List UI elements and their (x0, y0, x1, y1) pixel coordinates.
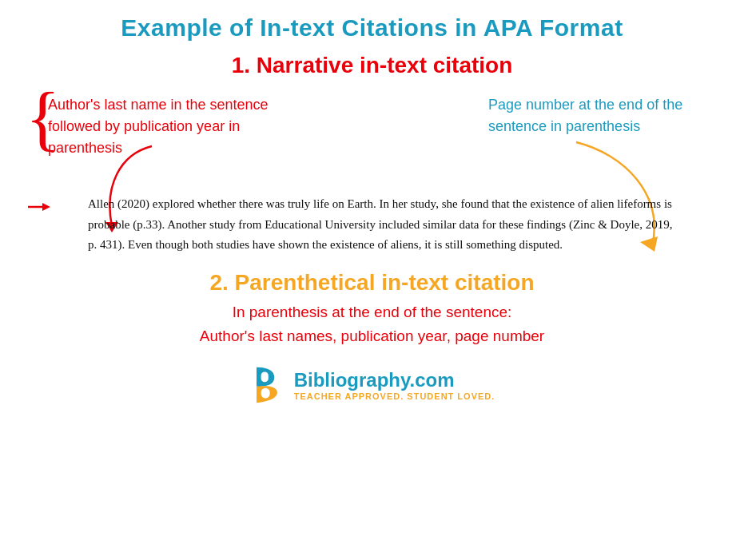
logo-subtext: TEACHER APPROVED. STUDENT LOVED. (294, 391, 495, 401)
annotations-row: { Author's last name in the sentence fol… (32, 90, 712, 194)
citation-paragraph: Allen (2020) explored whether there was … (32, 194, 712, 256)
citation-body-text: Allen (2020) explored whether there was … (72, 194, 696, 256)
section2-subtitle: In parenthesis at the end of the sentenc… (0, 300, 744, 349)
inline-arrow-icon (28, 199, 52, 215)
section1-title: 1. Narrative in-text citation (0, 48, 744, 86)
section2-subtitle-line2: Author's last names, publication year, p… (48, 324, 696, 348)
footer: Bibliography.com TEACHER APPROVED. STUDE… (0, 348, 744, 404)
logo-icon (249, 366, 284, 404)
section1-content: { Author's last name in the sentence fol… (0, 90, 744, 256)
section2-subtitle-line1: In parenthesis at the end of the sentenc… (48, 300, 696, 324)
section2-title: 2. Parenthetical in-text citation (0, 256, 744, 300)
svg-marker-3 (42, 203, 50, 211)
svg-rect-5 (261, 388, 269, 399)
svg-rect-4 (261, 372, 268, 383)
main-title: Example of In-text Citations in APA Form… (0, 0, 744, 48)
logo-text-area: Bibliography.com TEACHER APPROVED. STUDE… (294, 369, 495, 401)
logo-name: Bibliography.com (294, 369, 495, 391)
